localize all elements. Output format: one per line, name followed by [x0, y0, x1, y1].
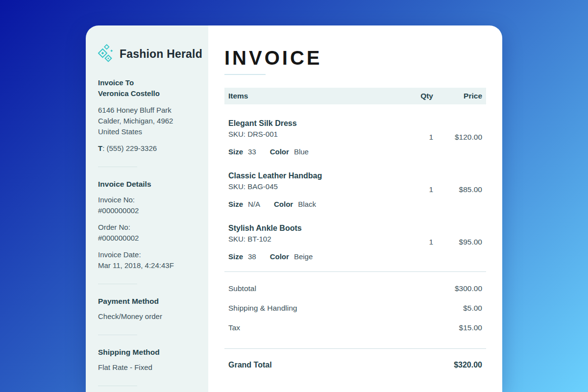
diamond-cluster-icon — [98, 44, 116, 64]
column-header-qty: Qty — [389, 92, 433, 100]
subtotal-value: $300.00 — [455, 284, 482, 293]
item-sku: SKU: DRS-001 — [228, 129, 389, 140]
item-price: $85.00 — [433, 185, 482, 194]
sidebar-divider — [98, 284, 137, 284]
invoice-number-value: #000000002 — [98, 205, 196, 216]
sidebar-divider — [98, 335, 137, 335]
invoice-details-heading: Invoice Details — [98, 180, 196, 189]
invoice-date-label: Invoice Date: — [98, 249, 196, 260]
grand-total-label: Grand Total — [228, 361, 272, 369]
item-price: $95.00 — [433, 238, 482, 246]
size-value: 33 — [248, 147, 256, 156]
order-number-entry: Order No: #000000002 — [98, 222, 196, 244]
totals-section: Subtotal $300.00 Shipping & Handling $5.… — [224, 279, 486, 338]
customer-name: Veronica Costello — [98, 88, 196, 99]
address-line: 6146 Honey Bluff Park — [98, 105, 196, 116]
table-row: Classic Leather Handbag SKU: BAG-045 Siz… — [224, 161, 486, 208]
sidebar-divider — [98, 167, 137, 167]
brand-logo: Fashion Herald — [98, 44, 196, 64]
page-title: INVOICE — [224, 47, 486, 69]
item-sku: SKU: BT-102 — [228, 234, 389, 245]
phone-label: T — [98, 144, 102, 152]
invoice-to-label: Invoice To — [98, 77, 196, 88]
tax-row: Tax $15.00 — [224, 318, 486, 338]
phone-number: : (555) 229-3326 — [102, 144, 157, 152]
item-name: Classic Leather Handbag — [228, 171, 389, 181]
item-attributes: Size38ColorBeige — [228, 252, 389, 261]
color-label: Color — [270, 147, 289, 156]
item-qty: 1 — [389, 185, 433, 194]
shipping-row: Shipping & Handling $5.00 — [224, 298, 486, 318]
invoice-date-value: Mar 11, 2018, 4:24:43F — [98, 260, 196, 271]
color-label: Color — [274, 200, 293, 208]
item-sku: SKU: BAG-045 — [228, 181, 389, 192]
items-list: Elegant Silk Dress SKU: DRS-001 Size33Co… — [224, 104, 486, 261]
shipping-label: Shipping & Handling — [228, 304, 297, 313]
title-underline — [224, 74, 266, 75]
invoice-number-label: Invoice No: — [98, 195, 196, 205]
item-price: $120.00 — [433, 133, 482, 142]
table-row: Stylish Ankle Boots SKU: BT-102 Size38Co… — [224, 213, 486, 261]
items-table-header: Items Qty Price — [224, 88, 486, 104]
table-row: Elegant Silk Dress SKU: DRS-001 Size33Co… — [224, 108, 486, 156]
item-qty: 1 — [389, 238, 433, 246]
sidebar-divider — [98, 386, 137, 386]
invoice-number-entry: Invoice No: #000000002 — [98, 195, 196, 216]
order-number-label: Order No: — [98, 222, 196, 233]
customer-phone: T: (555) 229-3326 — [98, 143, 196, 154]
invoice-card: Fashion Herald Invoice To Veronica Coste… — [86, 25, 502, 392]
size-value: N/A — [248, 200, 260, 208]
order-number-value: #000000002 — [98, 233, 196, 244]
item-attributes: SizeN/AColorBlack — [228, 200, 389, 208]
color-value: Beige — [294, 252, 313, 261]
payment-method-value: Check/Money order — [98, 311, 196, 322]
color-label: Color — [270, 252, 289, 261]
shipping-value: $5.00 — [463, 304, 482, 313]
payment-method-heading: Payment Method — [98, 297, 196, 306]
column-header-price: Price — [433, 92, 482, 100]
invoice-main: INVOICE Items Qty Price Elegant Silk Dre… — [208, 25, 502, 392]
size-label: Size — [228, 200, 243, 208]
tax-label: Tax — [228, 323, 240, 332]
size-label: Size — [228, 147, 243, 156]
invoice-sidebar: Fashion Herald Invoice To Veronica Coste… — [86, 25, 208, 392]
tax-value: $15.00 — [459, 323, 482, 332]
size-label: Size — [228, 252, 243, 261]
invoice-date-entry: Invoice Date: Mar 11, 2018, 4:24:43F — [98, 249, 196, 271]
shipping-method-value: Flat Rate - Fixed — [98, 362, 196, 373]
subtotal-row: Subtotal $300.00 — [224, 279, 486, 298]
totals-divider — [224, 271, 486, 272]
column-header-items: Items — [228, 92, 389, 100]
size-value: 38 — [248, 252, 256, 261]
subtotal-label: Subtotal — [228, 284, 256, 293]
item-name: Stylish Ankle Boots — [228, 223, 389, 234]
item-name: Elegant Silk Dress — [228, 118, 389, 129]
item-attributes: Size33ColorBlue — [228, 147, 389, 156]
brand-name: Fashion Herald — [120, 48, 202, 61]
color-value: Blue — [294, 147, 309, 156]
shipping-method-heading: Shipping Method — [98, 348, 196, 357]
item-qty: 1 — [389, 133, 433, 142]
address-line: Calder, Michigan, 4962 — [98, 116, 196, 126]
address-line: United States — [98, 126, 196, 137]
grand-total-row: Grand Total $320.00 — [224, 349, 486, 369]
color-value: Black — [298, 200, 316, 208]
customer-address: 6146 Honey Bluff Park Calder, Michigan, … — [98, 105, 196, 137]
grand-total-value: $320.00 — [454, 361, 482, 369]
